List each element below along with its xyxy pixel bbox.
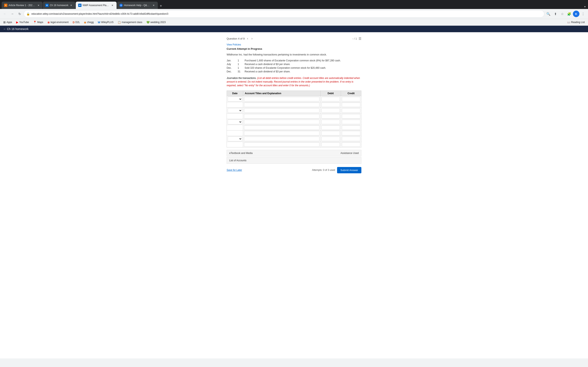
debit-cell-1b [320, 102, 341, 108]
tab2-close[interactable]: ✕ [70, 4, 73, 7]
bookmark-legal[interactable]: ◉ legal enviroment [46, 20, 70, 25]
trans2-day: 1 [238, 63, 244, 66]
trans3-desc: Sold 320 shares of Escalante Corporation… [245, 67, 361, 69]
profile-icon[interactable]: K [573, 11, 579, 17]
question-container: Question 4 of 9 ‹ › - / 1 ☰ View Policie… [223, 36, 365, 147]
account-input-2a[interactable] [244, 108, 320, 113]
tab4-close[interactable]: ✕ [152, 4, 155, 7]
header-debit: Debit [320, 91, 341, 96]
account-cell-3c [243, 130, 320, 136]
bookmark-management[interactable]: 📋 management class [116, 20, 144, 25]
table-row-3b [227, 125, 361, 130]
bookmark-wileyplus-label: WileyPLUS [101, 21, 113, 24]
trans2-month: July [227, 63, 237, 66]
tab3-close[interactable]: ✕ [111, 4, 114, 7]
account-cell-2b [243, 113, 320, 119]
tab-expand-button[interactable]: ▾ [584, 4, 586, 9]
reload-button[interactable]: ↻ [16, 11, 23, 17]
credit-input-3c[interactable] [342, 131, 360, 135]
account-cell-4b [243, 142, 320, 147]
date-select-3[interactable]: Jan. 1 July 1 Dec. 1 Dec. 31 [228, 119, 242, 124]
credit-input-1a[interactable] [342, 97, 360, 101]
table-row-1a: Jan. 1 July 1 Dec. 1 Dec. 31 [227, 96, 361, 102]
instructions: Journalize the transactions. (List all d… [227, 76, 361, 87]
account-input-4b[interactable] [244, 142, 320, 147]
scenario-text: Wildhorse Inc. had the following transac… [227, 53, 361, 57]
account-input-4a[interactable] [244, 137, 320, 141]
extensions-icon[interactable]: 🧩 [566, 11, 572, 17]
account-input-3a[interactable] [244, 120, 320, 124]
debit-input-1b[interactable] [321, 103, 340, 107]
tab3-title: NWP Assessment Player UI Ap... [83, 4, 110, 7]
etextbook-label: eTextbook and Media [229, 152, 252, 155]
date-select-4[interactable]: Jan. 1 July 1 Dec. 1 Dec. 31 [228, 136, 242, 141]
save-later-button[interactable]: Save for Later [227, 169, 242, 171]
share-icon-button[interactable]: ⬆ [552, 11, 559, 17]
credit-input-2b[interactable] [342, 114, 360, 118]
new-tab-button[interactable]: + [158, 3, 164, 9]
table-row-3a: Jan. 1 July 1 Dec. 1 Dec. 31 [227, 119, 361, 125]
date-cell-4b [227, 142, 243, 147]
list-accounts-label: List of Accounts [229, 159, 246, 162]
next-question-button[interactable]: › [251, 36, 253, 41]
credit-input-2a[interactable] [342, 108, 360, 113]
account-input-3b[interactable] [244, 125, 320, 130]
question-list-icon[interactable]: ☰ [359, 37, 361, 41]
bookmark-legal-label: legal enviroment [51, 21, 69, 24]
question-nav-left: Question 4 of 9 ‹ › [227, 36, 253, 41]
date-cell-2: Jan. 1 July 1 Dec. 1 Dec. 31 [227, 108, 243, 113]
bookmark-maps[interactable]: 📍 Maps [31, 20, 45, 25]
bookmark-apps[interactable]: ⊞ Apps [2, 20, 14, 25]
date-cell-3c [227, 130, 243, 136]
bookmark-star-icon[interactable]: ☆ [559, 11, 566, 17]
wedding-icon: 💚 [146, 21, 150, 24]
tab-article-review[interactable]: A Article Review 1 - 2022 Spring ✕ [2, 2, 43, 9]
bookmark-youtube[interactable]: ▶ YouTube [15, 20, 30, 25]
debit-input-1a[interactable] [321, 97, 340, 101]
url-bar[interactable]: 🔒 education.wiley.com/was/ui/v2/assessme… [24, 10, 544, 17]
bookmark-d2l[interactable]: D D2L [71, 20, 81, 25]
account-input-3c[interactable] [244, 131, 320, 135]
credit-input-3a[interactable] [342, 120, 360, 124]
bookmark-chegg[interactable]: ◉ chegg [82, 20, 95, 25]
search-icon-button[interactable]: 🔍 [545, 11, 552, 17]
view-policies-link[interactable]: View Policies [227, 43, 361, 46]
account-input-1b[interactable] [244, 103, 320, 107]
debit-input-3c[interactable] [321, 131, 340, 135]
tab-nwp-assessment[interactable]: W NWP Assessment Player UI Ap... ✕ [76, 2, 117, 9]
tab1-close[interactable]: ✕ [37, 4, 40, 7]
assistance-used-label: Assistance Used [341, 152, 359, 155]
debit-input-2b[interactable] [321, 114, 340, 118]
etextbook-button[interactable]: eTextbook and Media Assistance Used [227, 150, 361, 156]
list-accounts-button[interactable]: List of Accounts [227, 157, 361, 164]
menu-icon[interactable]: ⋮ [580, 11, 586, 17]
debit-input-3a[interactable] [321, 120, 340, 124]
account-cell-1a [243, 96, 320, 102]
bookmark-wedding[interactable]: 💚 wedding 2023 [145, 20, 167, 25]
forward-button[interactable]: → [9, 11, 16, 17]
tab-homework-help[interactable]: ★ Homework Help - Q&A from O... ✕ [117, 2, 158, 9]
back-button[interactable]: ← [2, 11, 8, 17]
back-to-homework-button[interactable]: ← Ch 16 homework [3, 27, 29, 31]
account-input-2b[interactable] [244, 114, 320, 118]
debit-input-2a[interactable] [321, 108, 340, 113]
bookmark-wileyplus[interactable]: W WileyPLUS [96, 20, 115, 25]
journal-table: Date Account Titles and Explanation Debi… [227, 91, 361, 147]
credit-input-1b[interactable] [342, 103, 360, 107]
credit-cell-3b [341, 125, 361, 130]
reading-list-button[interactable]: 📖 Reading List [566, 20, 586, 25]
date-cell-3b [227, 125, 243, 130]
credit-input-3b[interactable] [342, 125, 360, 130]
submit-answer-button[interactable]: Submit Answer [337, 167, 361, 173]
date-select-2[interactable]: Jan. 1 July 1 Dec. 1 Dec. 31 [228, 108, 242, 113]
date-select-1[interactable]: Jan. 1 July 1 Dec. 1 Dec. 31 [228, 97, 242, 101]
account-input-1a[interactable] [244, 97, 320, 101]
credit-input-4a[interactable] [342, 137, 360, 141]
debit-input-4b[interactable] [321, 142, 340, 147]
debit-input-3b[interactable] [321, 125, 340, 130]
debit-input-4a[interactable] [321, 137, 340, 141]
question-nav-right: - / 1 ☰ [352, 37, 361, 41]
tab-ch16-homework[interactable]: W Ch 16 homework ✕ [43, 2, 75, 9]
credit-input-4b[interactable] [342, 142, 360, 147]
prev-question-button[interactable]: ‹ [246, 36, 249, 41]
